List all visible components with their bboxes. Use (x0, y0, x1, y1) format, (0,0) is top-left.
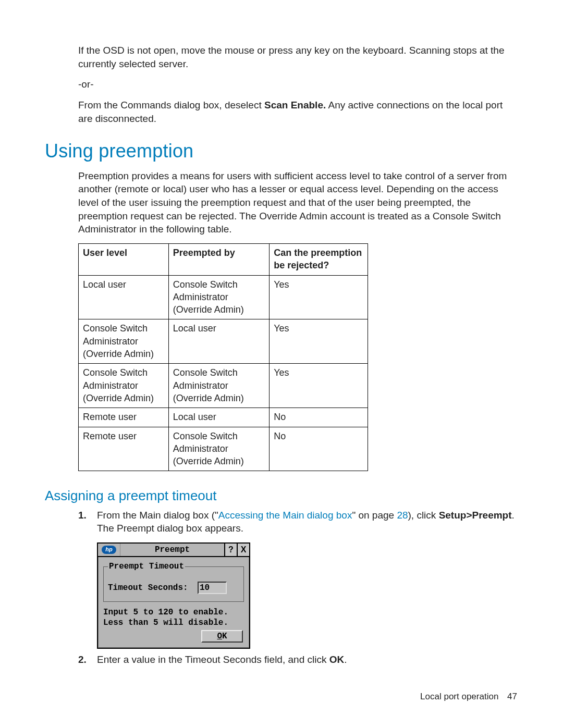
table-row: Remote user Console Switch Administrator… (79, 427, 368, 471)
step2-post: . (344, 654, 347, 665)
cell: Yes (270, 319, 368, 364)
cell: Yes (270, 275, 368, 319)
ok-bold: OK (329, 654, 345, 665)
scan-enable-bold: Scan Enable. (264, 100, 326, 110)
preemption-table: User level Preempted by Can the preempti… (78, 243, 368, 471)
cell: Local user (79, 275, 169, 319)
th-preempted-by: Preempted by (168, 244, 270, 276)
dialog-titlebar: hp Preempt ? X (98, 544, 249, 557)
step2-pre: Enter a value in the Timeout Seconds fie… (97, 654, 329, 665)
step-2: 2. Enter a value in the Timeout Seconds … (78, 653, 518, 667)
intro-para-1: If the OSD is not open, move the mouse o… (78, 44, 518, 70)
hp-logo-icon: hp (98, 544, 120, 556)
subsection-heading-preempt-timeout: Assigning a preempt timeout (45, 487, 518, 505)
dialog-button-row: OK (103, 628, 244, 644)
cell: Console Switch Administrator (Override A… (168, 275, 270, 319)
intro-block: If the OSD is not open, move the mouse o… (78, 44, 518, 125)
intro-p2-pre: From the Commands dialog box, deselect (78, 100, 264, 110)
cell: Console Switch Administrator (Override A… (168, 427, 270, 471)
table-header-row: User level Preempted by Can the preempti… (79, 244, 368, 276)
cell: Remote user (79, 427, 169, 471)
intro-para-2: From the Commands dialog box, deselect S… (78, 98, 518, 125)
setup-preempt-bold: Setup>Preempt (439, 510, 512, 521)
footer-page-number: 47 (507, 692, 517, 701)
step-1: 1. From the Main dialog box ("Accessing … (78, 509, 518, 535)
steps-list: 1. From the Main dialog box ("Accessing … (78, 509, 518, 535)
cell: Local user (168, 408, 270, 427)
th-user-level: User level (79, 244, 169, 276)
help-button[interactable]: ? (224, 544, 237, 556)
ok-underline: O (217, 632, 222, 641)
steps-list-cont: 2. Enter a value in the Timeout Seconds … (78, 653, 518, 667)
table-row: Remote user Local user No (79, 408, 368, 427)
timeout-seconds-label: Timeout Seconds: (108, 583, 191, 594)
close-button[interactable]: X (237, 544, 249, 556)
step-number: 1. (78, 509, 97, 535)
hint-line-2: Less than 5 will disable. (103, 618, 244, 628)
timeout-seconds-input[interactable] (198, 582, 227, 594)
cell: No (270, 408, 368, 427)
ok-button[interactable]: OK (201, 630, 243, 643)
hp-logo-text: hp (102, 546, 116, 554)
intro-or: -or- (78, 78, 518, 91)
subsection-body: 1. From the Main dialog box ("Accessing … (78, 509, 518, 667)
step1-mid: " on page (352, 510, 397, 521)
footer-text: Local port operation (420, 692, 498, 701)
timeout-row: Timeout Seconds: (108, 582, 239, 594)
cell: Yes (270, 364, 368, 408)
preempt-dialog: hp Preempt ? X Preempt Timeout Timeout S… (97, 542, 250, 649)
cell: Console Switch Administrator (Override A… (168, 364, 270, 408)
preemption-para: Preemption provides a means for users wi… (78, 169, 518, 236)
table-row: Console Switch Administrator (Override A… (79, 364, 368, 408)
cell: Local user (168, 319, 270, 364)
th-rejected: Can the preemption be rejected? (270, 244, 368, 276)
step-number: 2. (78, 653, 97, 667)
dialog-title: Preempt (120, 544, 224, 556)
section-heading-using-preemption: Using preemption (45, 139, 518, 164)
step-2-text: Enter a value in the Timeout Seconds fie… (97, 653, 518, 667)
page-content: If the OSD is not open, move the mouse o… (0, 0, 563, 667)
link-accessing-main-dialog[interactable]: Accessing the Main dialog box (218, 510, 352, 521)
link-page-28[interactable]: 28 (397, 510, 408, 521)
hint-line-1: Input 5 to 120 to enable. (103, 607, 244, 618)
cell: No (270, 427, 368, 471)
preempt-dialog-figure: hp Preempt ? X Preempt Timeout Timeout S… (97, 542, 518, 649)
table-row: Local user Console Switch Administrator … (79, 275, 368, 319)
dialog-content: Preempt Timeout Timeout Seconds: Input 5… (98, 557, 249, 648)
section-body: Preemption provides a means for users wi… (78, 169, 518, 472)
step1-post1: ), click (408, 510, 439, 521)
preempt-timeout-group: Preempt Timeout Timeout Seconds: (103, 561, 244, 602)
page-footer: Local port operation 47 (420, 691, 517, 703)
step-1-text: From the Main dialog box ("Accessing the… (97, 509, 518, 535)
cell: Remote user (79, 408, 169, 427)
cell: Console Switch Administrator (Override A… (79, 364, 169, 408)
cell: Console Switch Administrator (Override A… (79, 319, 169, 364)
step1-pre: From the Main dialog box (" (97, 510, 218, 521)
preempt-timeout-legend: Preempt Timeout (108, 561, 185, 573)
table-row: Console Switch Administrator (Override A… (79, 319, 368, 364)
